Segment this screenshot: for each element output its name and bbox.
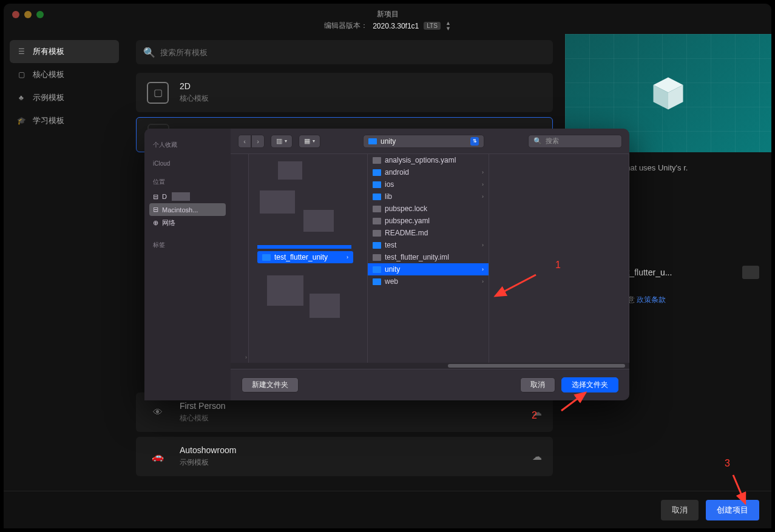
sidebar-location-network[interactable]: ⊕ 网络 (149, 216, 226, 230)
view-group-button[interactable]: ▦▾ (299, 135, 320, 148)
file-dialog-sidebar: 个人收藏 iCloud 位置 ⊟ D ⊟ Macintosh... ⊕ 网络 标… (144, 129, 231, 400)
folder-icon (373, 169, 381, 176)
folder-icon[interactable] (742, 266, 759, 279)
group-icon: ▦ (304, 137, 310, 145)
folder-icon (373, 266, 381, 273)
file-name: pubspec.lock (385, 204, 427, 213)
sidebar-location-d[interactable]: ⊟ D (149, 190, 226, 203)
file-row[interactable]: test_flutter_unity.iml (368, 251, 489, 263)
minimize-icon[interactable] (24, 11, 32, 18)
file-icon (373, 254, 381, 261)
path-dropdown[interactable]: unity ⇅ (363, 135, 484, 148)
column-2[interactable]: analysis_options.yamlandroid›ios›lib›pub… (368, 154, 489, 363)
chevron-updown-icon: ⇅ (470, 137, 479, 146)
cancel-button[interactable]: 取消 (661, 500, 699, 520)
chevron-right-icon: › (482, 194, 484, 200)
file-name: ios (385, 180, 394, 189)
sidebar-item-label: 示例模板 (33, 92, 64, 103)
file-name: unity (385, 265, 400, 274)
column-0[interactable]: › (231, 154, 249, 363)
file-icon (373, 230, 381, 237)
column-3[interactable] (489, 154, 629, 363)
editor-version-label: 编辑器版本： (324, 21, 368, 31)
view-columns-button[interactable]: ▥▾ (271, 135, 293, 148)
file-row[interactable]: analysis_options.yaml (368, 154, 489, 166)
folder-row[interactable]: android› (368, 166, 489, 178)
file-row[interactable]: pubspec.lock (368, 203, 489, 215)
folder-icon (368, 138, 377, 144)
template-autoshowroom[interactable]: 🚗 Autoshowroom 示例模板 ☁ (136, 437, 553, 476)
file-name: analysis_options.yaml (385, 156, 456, 164)
chevron-right-icon: › (347, 254, 348, 260)
file-name: android (385, 168, 409, 177)
search-bar[interactable]: 🔍 (136, 40, 553, 64)
sidebar-item-learn[interactable]: 🎓 学习模板 (10, 109, 119, 132)
chevron-down-icon: ▾ (285, 138, 287, 144)
folder-icon (373, 278, 381, 285)
folder-row[interactable]: web› (368, 275, 489, 288)
file-dialog-toolbar: ‹ › ▥▾ ▦▾ unity ⇅ 🔍 搜索 (231, 129, 629, 154)
folder-row-selected[interactable]: test_flutter_unity › (257, 251, 353, 263)
grad-icon: 🎓 (17, 116, 25, 125)
search-placeholder: 搜索 (546, 136, 559, 146)
chevron-right-icon: › (482, 266, 484, 272)
sidebar-group-icloud: iCloud (153, 160, 222, 167)
close-icon[interactable] (12, 11, 19, 18)
template-2d[interactable]: ▢ 2D 核心模板 (136, 73, 553, 112)
folder-icon (262, 254, 271, 261)
file-icon (373, 218, 381, 224)
file-row[interactable]: README.md (368, 227, 489, 239)
back-button[interactable]: ‹ (238, 135, 251, 148)
search-input[interactable] (160, 48, 546, 57)
folder-row[interactable]: ios› (368, 178, 489, 190)
template-title: 2D (180, 81, 209, 91)
sidebar-item-core[interactable]: ▢ 核心模板 (10, 63, 119, 86)
globe-icon: ⊕ (153, 219, 158, 227)
chevron-right-icon: › (482, 242, 484, 248)
forward-button[interactable]: › (251, 135, 265, 148)
folder-icon (373, 242, 381, 249)
file-name: README.md (385, 229, 428, 237)
file-name: test (385, 241, 396, 249)
search-icon: 🔍 (143, 47, 155, 58)
sidebar-location-macintosh[interactable]: ⊟ Macintosh... (149, 203, 226, 216)
sidebar-item-label: 学习模板 (33, 115, 64, 126)
cloud-download-icon[interactable]: ☁ (532, 451, 542, 462)
path-current: unity (381, 137, 396, 146)
file-name: web (385, 277, 398, 286)
file-dialog-cancel-button[interactable]: 取消 (520, 377, 555, 392)
column-1[interactable]: test_flutter_unity › (249, 154, 368, 363)
template-title: First Person (180, 401, 225, 411)
editor-version-row[interactable]: 编辑器版本： 2020.3.30f1c1 LTS ▲▼ (324, 21, 451, 32)
file-dialog: 个人收藏 iCloud 位置 ⊟ D ⊟ Macintosh... ⊕ 网络 标… (144, 129, 629, 400)
chevron-updown-icon[interactable]: ▲▼ (445, 21, 451, 32)
choose-folder-button[interactable]: 选择文件夹 (561, 377, 618, 392)
file-row[interactable]: pubspec.yaml (368, 215, 489, 227)
file-name: lib (385, 192, 392, 201)
maximize-icon[interactable] (36, 11, 44, 18)
file-dialog-footer: 新建文件夹 取消 选择文件夹 (231, 369, 629, 400)
columns-icon: ▥ (276, 137, 282, 145)
hub-footer: 取消 创建项目 (4, 491, 771, 528)
new-folder-button[interactable]: 新建文件夹 (242, 377, 299, 392)
scrollbar-thumb[interactable] (448, 364, 625, 368)
chevron-down-icon: ▾ (313, 138, 315, 144)
cube-icon (647, 72, 689, 115)
file-dialog-search[interactable]: 🔍 搜索 (528, 135, 622, 148)
horizontal-scrollbar[interactable] (231, 363, 629, 369)
folder-icon (373, 181, 381, 188)
folder-row[interactable]: lib› (368, 190, 489, 203)
sidebar-item-label: 核心模板 (33, 69, 64, 80)
sidebar-item-all[interactable]: ☰ 所有模板 (10, 40, 119, 63)
folder-row[interactable]: unity› (368, 263, 489, 275)
cloud-download-icon[interactable]: ☁ (532, 406, 542, 418)
traffic-lights[interactable] (12, 11, 44, 18)
template-2d-icon: ▢ (147, 82, 169, 104)
column-view: › test_flutter_unity › analysis_options. (231, 154, 629, 363)
list-icon: ☰ (17, 47, 25, 56)
sidebar-item-sample[interactable]: ♣ 示例模板 (10, 86, 119, 109)
policy-link[interactable]: 政策条款 (637, 295, 666, 304)
square-icon: ▢ (17, 70, 25, 79)
folder-row[interactable]: test› (368, 239, 489, 251)
create-project-button[interactable]: 创建项目 (706, 500, 759, 520)
